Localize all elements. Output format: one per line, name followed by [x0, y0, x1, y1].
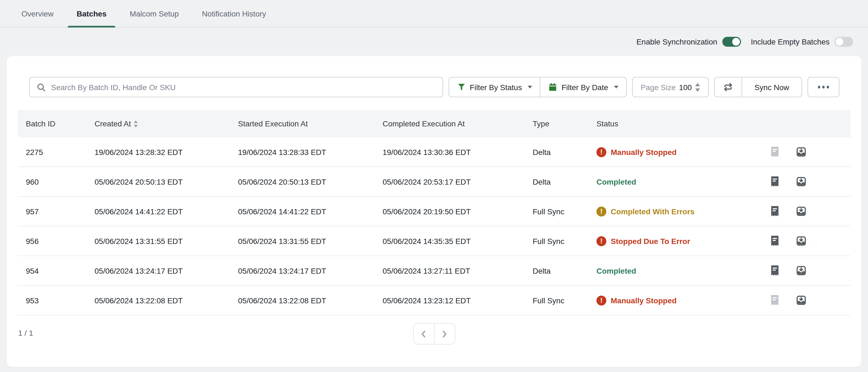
table-row: 953 05/06/2024 13:22:08 EDT 05/06/2024 1… — [18, 286, 850, 315]
view-logs-button[interactable] — [770, 294, 780, 306]
receipt-icon — [770, 294, 780, 306]
tab-label: Overview — [22, 9, 54, 18]
status-text: Completed — [596, 266, 636, 275]
download-button[interactable] — [796, 294, 807, 306]
pagination: 1 / 1 — [7, 315, 861, 367]
toolbar: Filter By Status Filter By Date — [7, 56, 861, 97]
swap-arrows-icon — [722, 81, 734, 93]
page-count: 1 / 1 — [18, 329, 33, 337]
next-page-button[interactable] — [434, 323, 455, 344]
page-size-value: 100 — [679, 83, 692, 92]
cell-batch-id: 960 — [18, 177, 95, 186]
download-button[interactable] — [796, 265, 807, 276]
cell-status: ! Completed With Errors — [596, 206, 753, 216]
cell-completed-at: 19/06/2024 13:30:36 EDT — [382, 148, 533, 156]
filter-by-date-button[interactable]: Filter By Date — [540, 78, 626, 97]
cell-type: Delta — [533, 177, 596, 186]
tab-label: Notification History — [202, 9, 266, 18]
active-tab-underline — [68, 26, 116, 28]
receipt-icon — [770, 206, 780, 217]
include-empty-label: Include Empty Batches — [751, 37, 830, 46]
prev-page-button[interactable] — [413, 323, 434, 344]
search-input[interactable] — [51, 83, 436, 92]
search-icon — [36, 82, 46, 92]
tab-label: Malcom Setup — [130, 9, 179, 18]
cell-actions — [753, 146, 850, 158]
cell-status: ! Manually Stopped — [596, 296, 753, 305]
download-icon — [796, 206, 807, 217]
cell-type: Delta — [533, 266, 596, 275]
download-icon — [796, 235, 807, 247]
chevron-down-icon — [528, 86, 532, 89]
tab-bar: OverviewBatchesMalcom SetupNotification … — [0, 0, 868, 28]
cell-batch-id: 2275 — [18, 148, 95, 156]
cell-created-at: 05/06/2024 13:24:17 EDT — [95, 266, 238, 275]
view-logs-button[interactable] — [770, 146, 780, 158]
tab-overview[interactable]: Overview — [13, 0, 62, 27]
cell-actions — [753, 176, 850, 187]
cell-started-at: 05/06/2024 13:24:17 EDT — [238, 266, 382, 275]
receipt-icon — [770, 265, 780, 276]
include-empty-toggle[interactable] — [834, 37, 853, 47]
status-text: Completed With Errors — [611, 207, 694, 216]
status-text: Stopped Due To Error — [611, 237, 690, 245]
table-row: 960 05/06/2024 20:50:13 EDT 05/06/2024 2… — [18, 167, 850, 197]
more-options-button[interactable] — [807, 77, 839, 97]
status-text: Completed — [596, 177, 636, 186]
enable-sync-toggle[interactable] — [722, 37, 741, 47]
table-header: Batch ID Created At Started Execution At… — [18, 110, 850, 137]
page-size-button[interactable]: Page Size 100 — [632, 77, 709, 97]
download-icon — [796, 294, 807, 306]
tab-batches[interactable]: Batches — [68, 0, 116, 27]
column-header: Started Execution At — [238, 119, 382, 128]
batches-table: Batch ID Created At Started Execution At… — [18, 110, 850, 315]
refresh-button[interactable] — [715, 78, 742, 97]
cell-started-at: 05/06/2024 20:50:13 EDT — [238, 177, 382, 186]
cell-type: Delta — [533, 148, 596, 156]
cell-started-at: 19/06/2024 13:28:33 EDT — [238, 148, 382, 156]
view-logs-button[interactable] — [770, 235, 780, 247]
table-row: 957 05/06/2024 14:41:22 EDT 05/06/2024 1… — [18, 197, 850, 226]
filter-by-status-button[interactable]: Filter By Status — [449, 78, 540, 97]
ellipsis-icon — [815, 86, 831, 89]
status-alert-icon: ! — [596, 147, 606, 157]
table-body: 2275 19/06/2024 13:28:32 EDT 19/06/2024 … — [18, 137, 850, 315]
column-label: Type — [533, 119, 550, 128]
cell-status: ! Stopped Due To Error — [596, 236, 753, 246]
tab-notification-history[interactable]: Notification History — [193, 0, 275, 27]
view-logs-button[interactable] — [770, 265, 780, 276]
sort-icon[interactable] — [133, 120, 138, 127]
page-size-label: Page Size — [641, 83, 676, 92]
tab-malcom-setup[interactable]: Malcom Setup — [121, 0, 188, 27]
column-header: Type — [533, 119, 596, 128]
filter-button-group: Filter By Status Filter By Date — [448, 77, 627, 97]
download-button[interactable] — [796, 176, 807, 187]
cell-started-at: 05/06/2024 13:22:08 EDT — [238, 296, 382, 305]
cell-batch-id: 957 — [18, 207, 95, 216]
download-icon — [796, 176, 807, 187]
status-alert-icon: ! — [596, 206, 606, 216]
view-logs-button[interactable] — [770, 206, 780, 217]
filter-by-status-label: Filter By Status — [470, 83, 522, 92]
cell-status: ! Completed — [596, 266, 753, 275]
download-button[interactable] — [796, 235, 807, 247]
filter-by-date-label: Filter By Date — [561, 83, 608, 92]
cell-actions — [753, 206, 850, 217]
column-header[interactable]: Created At — [95, 119, 238, 128]
cell-actions — [753, 294, 850, 306]
cell-created-at: 05/06/2024 13:22:08 EDT — [95, 296, 238, 305]
status-text: Manually Stopped — [611, 296, 677, 305]
column-label: Completed Execution At — [382, 119, 465, 128]
download-button[interactable] — [796, 146, 807, 158]
download-button[interactable] — [796, 206, 807, 217]
batches-card: Filter By Status Filter By Date — [7, 56, 861, 367]
view-logs-button[interactable] — [770, 176, 780, 187]
tab-label: Batches — [77, 9, 106, 18]
cell-completed-at: 05/06/2024 14:35:35 EDT — [382, 237, 533, 245]
column-label: Started Execution At — [238, 119, 308, 128]
cell-status: ! Manually Stopped — [596, 147, 753, 157]
receipt-icon — [770, 176, 780, 187]
chevron-down-icon — [614, 86, 619, 89]
cell-created-at: 05/06/2024 14:41:22 EDT — [95, 207, 238, 216]
sync-now-button[interactable]: Sync Now — [742, 78, 801, 97]
